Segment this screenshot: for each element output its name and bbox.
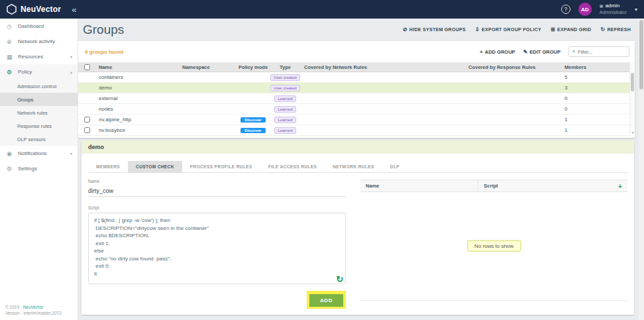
header-covered-response[interactable]: Covered by Response Rules (465, 62, 561, 72)
help-icon[interactable]: ? (561, 5, 570, 14)
action-label: EXPAND GRID (557, 27, 591, 32)
tab-file-access-rules[interactable]: FILE ACCESS RULES (260, 161, 325, 172)
policy-mode-badge: Discover (241, 117, 265, 123)
header-policy-mode[interactable]: Policy mode (237, 62, 270, 72)
group-name: nv.alpine_http (95, 115, 179, 125)
script-name-input[interactable] (88, 186, 346, 197)
sidebar-policy-section: ⚙ Policy ▴ Admission control Groups Netw… (0, 64, 78, 146)
sidebar-item-network-rules[interactable]: Network rules (0, 106, 78, 119)
sidebar-item-dashboard[interactable]: ◷ Dashboard (0, 19, 78, 34)
export-group-policy-button[interactable]: ⇩ EXPORT GROUP POLICY (475, 27, 541, 32)
covered-network-cell (301, 104, 465, 114)
action-label: HIDE SYSTEM GROUPS (409, 27, 466, 32)
script-label: Script (88, 205, 346, 210)
group-name: external (95, 93, 179, 103)
sidebar-item-dlp-sensors[interactable]: DLP sensors (0, 133, 78, 146)
filter-input[interactable] (578, 49, 626, 55)
tab-network-rules[interactable]: NETWORK RULES (325, 161, 382, 172)
tab-members[interactable]: MEMBERS (88, 161, 128, 172)
covered-response-cell (465, 104, 561, 114)
header-namespace[interactable]: Namespace (179, 62, 237, 72)
detail-tabs: MEMBERS CUSTOM CHECK PROCESS PROFILE RUL… (88, 161, 627, 173)
sidebar-item-groups[interactable]: Groups (0, 93, 78, 106)
add-row-plus-icon[interactable]: + (613, 182, 627, 190)
sidebar-item-label: Network activity (18, 38, 55, 44)
row-checkbox[interactable] (84, 117, 90, 123)
hide-system-groups-button[interactable]: ⊘ HIDE SYSTEM GROUPS (403, 27, 466, 32)
copyright: © 2019 - (5, 305, 23, 309)
table-row[interactable]: external Learned 0 (78, 93, 629, 104)
type-badge: Learned (274, 117, 295, 123)
sidebar-collapse-icon[interactable]: « (72, 5, 76, 15)
covered-network-cell (301, 83, 465, 93)
table-row[interactable]: nv.alpine_http Discover Learned 1 (78, 115, 629, 125)
plus-icon: + (480, 49, 483, 55)
org-icon: ▦ (600, 3, 604, 9)
header-type[interactable]: Type (270, 62, 301, 72)
sidebar-item-notifications[interactable]: ◉ Notifications ▾ (0, 146, 78, 161)
version-text: Version - interim/master.2072 (5, 310, 62, 316)
chevron-down-icon: ▾ (70, 151, 72, 156)
table-row[interactable]: nv.busybox Discover Learned 1 (78, 125, 629, 136)
scripts-list: Name Script + No rows to show (360, 173, 627, 309)
scripts-header-name: Name (360, 180, 478, 191)
tab-process-profile-rules[interactable]: PROCESS PROFILE RULES (182, 161, 260, 172)
page-scrollbar[interactable] (639, 19, 644, 320)
scripts-list-body: No rows to show (360, 192, 627, 301)
sidebar-item-policy[interactable]: ⚙ Policy ▴ (0, 64, 78, 80)
resources-icon: ▦ (7, 54, 15, 60)
covered-response-cell (465, 125, 561, 135)
scripts-list-header: Name Script + (360, 180, 627, 192)
topbar-right: ? AD ▦admin Administrator ▾ (561, 3, 644, 16)
expand-grid-button[interactable]: ⊞ EXPAND GRID (551, 27, 591, 32)
page-scrollbar-thumb[interactable] (639, 20, 643, 89)
detail-group-title: demo (81, 140, 634, 154)
tab-custom-check[interactable]: CUSTOM CHECK (128, 161, 182, 172)
pencil-icon: ✎ (523, 49, 528, 55)
sidebar-item-admission-control[interactable]: Admission control (0, 80, 78, 93)
script-textarea[interactable]: if [ $(find . | grep -w 'cow') ]; then D… (89, 213, 345, 284)
scroll-down-icon[interactable]: ▾ (630, 131, 635, 134)
table-row-selected[interactable]: demo User created 3 (78, 83, 629, 93)
chevron-up-icon: ▴ (70, 70, 72, 74)
refresh-button[interactable]: ↻ REFRESH (600, 27, 631, 32)
header-covered-network[interactable]: Covered by Network Rules (301, 62, 465, 72)
name-label: Name (88, 179, 346, 184)
neuvector-logo (7, 4, 17, 15)
brand: NeuVector « (0, 4, 76, 15)
header-name[interactable]: Name (95, 62, 179, 72)
sidebar-item-resources[interactable]: ▦ Resources ▾ (0, 49, 78, 64)
script-refresh-icon[interactable]: ↻ (336, 274, 343, 284)
add-row: ADD (88, 291, 346, 309)
add-group-button[interactable]: + ADD GROUP (480, 49, 515, 55)
table-row[interactable]: nodes Learned 0 (78, 104, 629, 115)
sidebar-item-label: Policy (18, 69, 32, 75)
brand-name: NeuVector (21, 5, 61, 14)
namespace-cell (179, 72, 237, 82)
refresh-icon: ↻ (600, 27, 605, 32)
table-row[interactable]: containers User created 5 (78, 72, 629, 83)
row-checkbox[interactable] (84, 127, 90, 133)
header-members[interactable]: Members (561, 62, 629, 72)
sidebar-item-settings[interactable]: ⚙ Settings (0, 161, 78, 176)
sidebar-item-label: Notifications (18, 150, 47, 156)
user-menu[interactable]: ▦admin Administrator (600, 3, 627, 16)
network-activity-icon: ⊕ (7, 38, 15, 45)
sidebar-item-response-rules[interactable]: Response rules (0, 119, 78, 133)
table-header-row: Name Namespace Policy mode Type Covered … (78, 62, 629, 72)
grid-scrollbar[interactable]: ▾ (629, 62, 635, 134)
members-cell: 5 (561, 72, 629, 82)
grid-scrollbar-thumb[interactable] (631, 73, 634, 91)
edit-group-button[interactable]: ✎ EDIT GROUP (523, 49, 561, 55)
main-content: Groups ⊘ HIDE SYSTEM GROUPS ⇩ EXPORT GRO… (78, 19, 639, 320)
policy-mode-cell (237, 83, 270, 93)
footer-brand-link[interactable]: NeuVector (23, 305, 43, 309)
tab-dlp[interactable]: DLP (382, 161, 407, 172)
user-menu-caret-icon[interactable]: ▾ (635, 7, 637, 13)
sidebar-item-network-activity[interactable]: ⊕ Network activity (0, 34, 78, 49)
dashboard-icon: ◷ (7, 23, 15, 30)
avatar[interactable]: AD (578, 3, 592, 16)
select-all-checkbox[interactable] (84, 64, 90, 70)
page-title: Groups (83, 23, 124, 37)
add-script-button[interactable]: ADD (309, 294, 343, 307)
